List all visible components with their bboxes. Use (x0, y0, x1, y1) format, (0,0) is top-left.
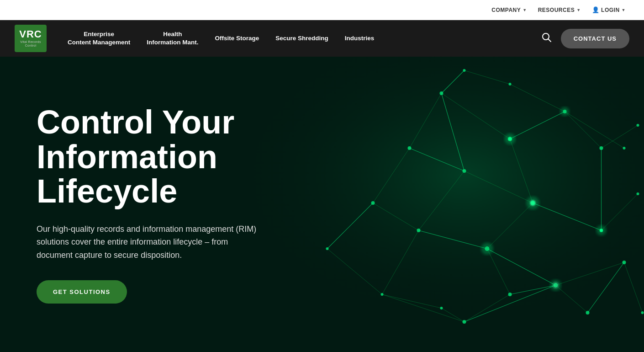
svg-point-44 (481, 243, 493, 255)
svg-point-66 (408, 146, 412, 150)
login-menu[interactable]: 👤 LOGIN ▼ (592, 6, 626, 13)
svg-line-14 (442, 93, 465, 171)
svg-line-36 (556, 285, 588, 313)
svg-point-71 (531, 201, 535, 205)
get-solutions-button[interactable]: GET SOLUTIONS (37, 280, 127, 304)
hero-subtitle: Our high-quality records and information… (37, 223, 265, 262)
svg-line-12 (556, 262, 624, 285)
svg-point-69 (586, 311, 590, 315)
svg-line-6 (565, 112, 624, 148)
svg-line-34 (327, 203, 373, 249)
svg-line-18 (382, 230, 419, 294)
nav-secure-shredding[interactable]: Secure Shredding (269, 31, 335, 46)
resources-menu[interactable]: RESOURCES ▼ (538, 7, 581, 13)
hero-content: Control Your Information Lifecycle Our h… (0, 78, 320, 331)
svg-line-28 (510, 285, 556, 294)
svg-point-40 (505, 133, 516, 144)
utility-bar: COMPANY ▼ RESOURCES ▼ 👤 LOGIN ▼ (0, 0, 644, 20)
svg-line-7 (510, 139, 533, 203)
company-label: COMPANY (491, 7, 521, 13)
resources-label: RESOURCES (538, 7, 575, 13)
svg-point-51 (600, 229, 603, 232)
svg-point-59 (381, 293, 384, 296)
svg-point-55 (623, 261, 626, 264)
svg-point-68 (326, 247, 329, 250)
svg-line-32 (373, 148, 410, 203)
nav-offsite-storage[interactable]: Offsite Storage (209, 31, 266, 46)
svg-point-48 (563, 110, 567, 113)
svg-point-64 (463, 69, 466, 72)
hero-title: Control Your Information Lifecycle (37, 105, 283, 209)
svg-line-15 (465, 171, 533, 203)
user-icon: 👤 (592, 6, 600, 13)
svg-point-49 (623, 147, 626, 149)
svg-line-31 (410, 148, 465, 171)
svg-point-61 (600, 146, 603, 150)
svg-line-10 (487, 203, 533, 249)
svg-point-46 (440, 91, 443, 95)
svg-line-35 (327, 249, 382, 294)
svg-point-53 (485, 246, 490, 251)
svg-line-4 (442, 93, 510, 139)
svg-point-43 (596, 225, 607, 235)
svg-line-20 (465, 285, 556, 322)
hero-section: Control Your Information Lifecycle Our h… (0, 57, 644, 352)
svg-point-74 (529, 199, 537, 207)
svg-line-5 (510, 112, 565, 139)
svg-point-60 (463, 320, 466, 324)
svg-point-73 (600, 229, 603, 232)
login-label: LOGIN (601, 7, 620, 13)
svg-point-75 (552, 282, 560, 289)
nav-right: CONTACT US (540, 29, 629, 48)
svg-line-19 (382, 294, 465, 322)
company-arrow: ▼ (523, 8, 527, 12)
svg-line-21 (565, 112, 602, 148)
logo-box: VRC Vital Records Control (15, 25, 47, 52)
search-icon[interactable] (540, 31, 554, 47)
svg-point-56 (641, 311, 644, 314)
svg-line-9 (602, 194, 638, 230)
login-arrow: ▼ (622, 8, 626, 12)
svg-point-65 (508, 293, 512, 296)
svg-point-70 (440, 307, 443, 309)
svg-line-22 (602, 125, 638, 148)
nav-health-info[interactable]: HealthInformation Mant. (140, 27, 205, 50)
main-nav: VRC Vital Records Control EnterpriseCont… (0, 20, 644, 57)
svg-point-42 (527, 197, 539, 209)
svg-line-8 (533, 203, 602, 230)
svg-point-50 (530, 200, 536, 206)
svg-line-29 (465, 294, 510, 322)
svg-line-13 (624, 262, 643, 313)
svg-line-37 (588, 262, 624, 313)
svg-line-39 (382, 294, 442, 308)
svg-line-30 (410, 93, 442, 148)
logo-container[interactable]: VRC Vital Records Control (15, 25, 47, 52)
svg-line-25 (465, 70, 510, 84)
svg-point-62 (637, 124, 639, 127)
svg-line-26 (442, 70, 465, 93)
svg-point-47 (508, 137, 512, 141)
svg-line-33 (373, 203, 419, 230)
svg-point-57 (463, 169, 466, 173)
logo-subtext: Vital Records Control (15, 40, 47, 48)
nav-enterprise-content[interactable]: EnterpriseContent Management (61, 27, 137, 50)
contact-us-button[interactable]: CONTACT US (561, 29, 629, 48)
svg-point-45 (550, 280, 561, 291)
nav-industries[interactable]: Industries (338, 31, 381, 46)
svg-point-67 (371, 201, 375, 205)
svg-line-38 (442, 308, 465, 322)
svg-line-16 (419, 171, 465, 230)
svg-point-58 (417, 229, 421, 232)
svg-point-72 (508, 138, 512, 141)
svg-line-1 (548, 39, 551, 42)
svg-point-54 (554, 283, 558, 288)
svg-line-27 (487, 249, 510, 294)
svg-line-11 (487, 249, 556, 285)
company-menu[interactable]: COMPANY ▼ (491, 7, 527, 13)
nav-links: EnterpriseContent Management HealthInfor… (61, 27, 540, 50)
resources-arrow: ▼ (576, 8, 581, 12)
svg-point-63 (509, 83, 512, 85)
svg-point-52 (637, 192, 639, 195)
svg-point-41 (560, 107, 570, 116)
svg-line-24 (510, 84, 565, 112)
